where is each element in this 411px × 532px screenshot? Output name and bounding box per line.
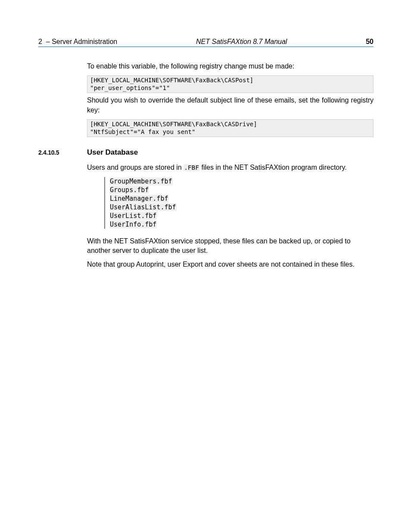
list-item: GroupMembers.fbf	[109, 177, 374, 186]
list-item: Groups.fbf	[109, 186, 374, 194]
filename: LineManager.fbf	[109, 195, 168, 203]
section-title: User Database	[87, 148, 138, 157]
header-chapter: 2 – Server Administration	[38, 38, 117, 46]
header-title: NET SatisFAXtion 8.7 Manual	[117, 38, 366, 46]
list-item: UserList.fbf	[109, 212, 374, 220]
section-heading: 2.4.10.5 User Database	[38, 148, 374, 157]
header-page-number: 50	[366, 38, 374, 46]
list-item: UserInfo.fbf	[109, 220, 374, 229]
list-item: LineManager.fbf	[109, 194, 374, 203]
paragraph: With the NET SatisFAXtion service stoppe…	[87, 236, 374, 256]
paragraph: Users and groups are stored in .FBF file…	[87, 163, 374, 172]
text: Users and groups are stored in	[87, 164, 184, 171]
page-header: 2 – Server Administration NET SatisFAXti…	[38, 38, 374, 47]
content: Users and groups are stored in .FBF file…	[38, 163, 374, 270]
file-list: GroupMembers.fbf Groups.fbf LineManager.…	[104, 177, 374, 229]
inline-code: .FBF	[184, 164, 199, 171]
filename: Groups.fbf	[109, 186, 149, 194]
registry-code-block: [HKEY_LOCAL_MACHINE\SOFTWARE\FaxBack\CAS…	[87, 75, 374, 93]
paragraph: To enable this variable, the following r…	[87, 62, 374, 71]
content: To enable this variable, the following r…	[38, 47, 374, 137]
list-item: UserAliasList.fbf	[109, 203, 374, 212]
filename: UserInfo.fbf	[109, 221, 157, 229]
text: files in the NET SatisFAXtion program di…	[199, 164, 347, 171]
paragraph: Note that group Autoprint, user Export a…	[87, 260, 374, 269]
paragraph: Should you wish to override the default …	[87, 96, 374, 115]
filename: GroupMembers.fbf	[109, 177, 173, 186]
registry-code-block: [HKEY_LOCAL_MACHINE\SOFTWARE\FaxBack\CAS…	[87, 119, 374, 137]
section-number: 2.4.10.5	[38, 149, 87, 156]
page: 2 – Server Administration NET SatisFAXti…	[38, 38, 374, 274]
filename: UserAliasList.fbf	[109, 203, 177, 212]
filename: UserList.fbf	[109, 212, 157, 220]
